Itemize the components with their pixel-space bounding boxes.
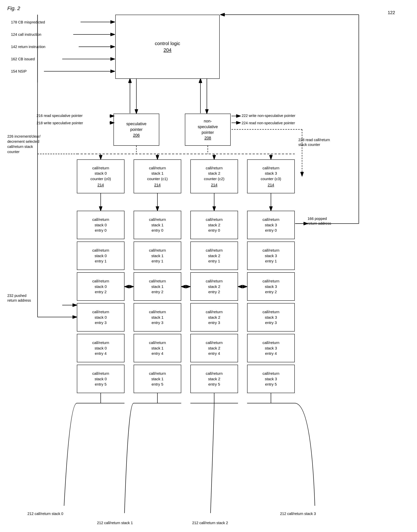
stack3-entry5: call/returnstack 3entry 5 [247,365,295,393]
label-222: 222 write non-speculative pointer [242,113,295,118]
nonspec-pointer-label: non-speculativepointer [198,118,218,135]
stack3-entry1: call/returnstack 3entry 1 [247,241,295,270]
stack3-entry2: call/returnstack 3entry 2 [247,272,295,301]
stack1-entry2: call/returnstack 1entry 2 [134,272,181,301]
speculative-pointer-box: speculativepointer 206 [114,114,159,146]
label-224: 224 read non-speculative pointer [242,120,295,125]
label-178: 178 CB mispredicted [11,20,45,24]
label-218: 218 write speculative pointer [37,120,83,125]
label-212-stack2: 212 call/return stack 2 [192,521,228,525]
label-228: 228 read call/returnstack counter [298,137,353,147]
stack2-entry1: call/returnstack 2entry 1 [190,241,238,270]
stack2-entry2: call/returnstack 2entry 2 [190,272,238,301]
stack1-entry0: call/returnstack 1entry 0 [134,211,181,239]
stack2-entry0: call/returnstack 2entry 0 [190,211,238,239]
stack0-entry2: call/returnstack 0entry 2 [77,272,125,301]
control-logic-label: control logic [155,40,180,47]
control-logic-box: control logic 204 [115,15,220,79]
label-232: 232 pushedreturn address [7,293,59,303]
label-212-stack3: 212 call/return stack 3 [280,511,316,516]
stack1-entry4: call/returnstack 1entry 4 [134,334,181,362]
stack1-entry3: call/returnstack 1entry 3 [134,303,181,332]
label-216: 216 read speculative pointer [37,113,83,118]
stack2-entry4: call/returnstack 2entry 4 [190,334,238,362]
stack2-entry5: call/returnstack 2entry 5 [190,365,238,393]
stack0-entry1: call/returnstack 0entry 1 [77,241,125,270]
counter-1-box: call/returnstack 1counter (c1) 214 [134,159,181,193]
stack1-entry1: call/returnstack 1entry 1 [134,241,181,270]
label-212-stack1: 212 call/return stack 1 [97,521,133,525]
ref-number: 122 [388,10,395,15]
label-162: 162 CB issued [11,57,35,61]
stack0-entry4: call/returnstack 0entry 4 [77,334,125,362]
stack2-entry3: call/returnstack 2entry 3 [190,303,238,332]
label-124: 124 call instruction [11,32,41,37]
spec-pointer-label: speculativepointer [126,121,146,132]
stack3-entry3: call/returnstack 3entry 3 [247,303,295,332]
control-logic-num: 204 [164,47,171,53]
stack3-entry0: call/returnstack 3entry 0 [247,211,295,239]
spec-pointer-num: 206 [133,132,140,138]
label-142: 142 return instruction [11,44,45,49]
counter-2-box: call/returnstack 2counter (c2) 214 [190,159,238,193]
label-226: 226 increment/clear/decrement selectedca… [7,134,59,154]
counter-3-box: call/returnstack 3counter (c3) 214 [247,159,295,193]
stack0-entry0: call/returnstack 0entry 0 [77,211,125,239]
stack0-entry5: call/returnstack 0entry 5 [77,365,125,393]
fig-label: Fig. 2 [7,5,20,11]
nonspec-pointer-num: 208 [205,135,211,141]
stack0-entry3: call/returnstack 0entry 3 [77,303,125,332]
label-154: 154 NSIP [11,69,27,74]
nonspec-pointer-box: non-speculativepointer 208 [185,114,231,146]
label-212-stack0: 212 call/return stack 0 [27,511,63,516]
stack1-entry5: call/returnstack 1entry 5 [134,365,181,393]
counter-0-box: call/returnstack 0counter (c0) 214 [77,159,125,193]
stack3-entry4: call/returnstack 3entry 4 [247,334,295,362]
label-166: 166 poppedreturn address [308,216,363,226]
